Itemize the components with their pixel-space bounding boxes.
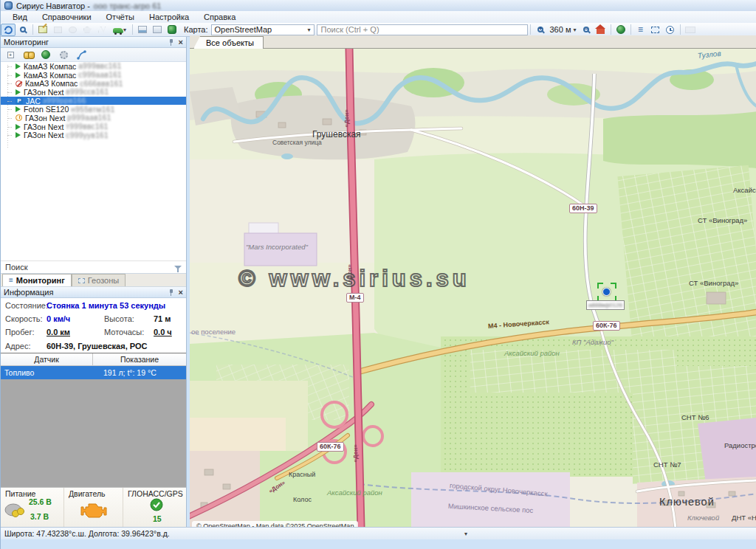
vehicle-plate-masked: а999ввс161 [78,62,121,70]
zoom-level-select[interactable]: 360 м ▾ [548,25,579,34]
add-geozone-button[interactable] [50,24,65,36]
geozones-view-button[interactable] [648,24,663,36]
map-label: Красный [289,471,315,478]
minimap-button[interactable] [683,24,698,36]
pin-icon[interactable] [168,289,174,296]
geozone-icon [651,27,659,33]
engine-label: Двигатель [69,489,106,498]
title-bar: Сириус Навигатор - ооо транс-агро 61 [1,0,756,11]
add-circle-geozone-button[interactable] [65,24,80,36]
object-list-button[interactable]: ≡ [633,24,648,36]
engine-gauge: Двигатель [64,488,123,527]
map-label: Ключевой [687,514,719,522]
menu-item[interactable]: Справка [196,13,243,21]
vehicle-plate-masked: с999уув161 [66,131,109,139]
moving-status-icon [16,72,21,78]
map-tab-bar: Все объекты [190,35,756,49]
map-label: СНТ №7 [653,460,681,469]
vehicle-row[interactable]: КамАЗ Компасс999аав161 [1,71,186,80]
map-label: "Mars Incorporated" [246,243,308,251]
speed-value: 0 км/ч [47,314,70,323]
map-canvas[interactable]: ТузловГрушевскаяСоветская улица"Mars Inc… [190,49,756,528]
sensor-row[interactable]: Топливо 191 л; t°: 19 °C [1,366,186,379]
vehicle-tools-button[interactable]: ▾ [109,24,130,36]
find-object-button[interactable] [20,49,36,61]
map-label: Ключевой [659,496,715,508]
map-label: Грушевская [312,129,361,139]
add-route-geozone-button[interactable] [94,24,109,36]
show-all-objects-button[interactable] [614,24,628,36]
zoom-in-button[interactable] [533,24,548,36]
vehicle-row[interactable]: ГАЗон Nextт999ввс161 [1,122,186,131]
zoom-out-icon [583,27,589,32]
expand-all-icon: + [7,52,14,58]
magnifier-icon [20,27,26,32]
close-icon[interactable]: × [179,39,183,46]
height-value: 71 м [154,314,171,323]
menu-item[interactable]: Вид [5,13,35,21]
hours-label: Моточасы: [104,328,144,336]
gnss-gauge: ГЛОНАСС/GPS 15 [123,488,186,527]
track-button[interactable] [73,49,89,61]
road-shield: 60Н-39 [569,204,597,213]
tab-geozones[interactable]: Геозоны [72,274,126,286]
road-shield: М-4 [346,293,364,303]
edit-map-button[interactable] [35,24,50,36]
map-watermark: © www.sirius.su [238,266,470,292]
map-label: «Дон» [343,109,350,127]
vehicle-name: Foton SE120 [24,105,69,114]
home-view-button[interactable] [594,24,608,36]
vehicle-row[interactable]: ГАЗон Nextс999уув161 [1,131,186,140]
menu-item[interactable]: Справочники [35,13,99,21]
selected-vehicle-marker[interactable] [597,283,616,302]
vehicle-name: КамАЗ Компас [24,62,76,71]
car-icon [113,28,123,33]
layers-button[interactable] [165,24,179,36]
map-label: Колос [293,496,312,503]
close-icon[interactable]: × [179,289,183,296]
monitoring-panel: Мониторинг × + КамАЗ Компаса999ввс161Кам… [1,37,187,528]
filter-icon[interactable] [174,266,182,269]
expand-all-button[interactable]: + [2,49,18,61]
menu-item[interactable]: Настройка [142,13,196,21]
address-label: Адрес: [5,342,31,351]
map-label: Мишкинское сельское пос [448,502,534,514]
map-tab-all-objects[interactable]: Все объекты [193,36,264,49]
battery-icon [4,501,26,520]
pin-icon[interactable] [168,39,174,46]
mileage-value[interactable]: 0.0 км [47,328,70,336]
show-on-map-button[interactable] [38,49,54,61]
vehicle-row[interactable]: ГАЗон Nextв999ссв161 [1,88,186,97]
power-backup-value: 3.7 В [30,512,49,521]
map-select[interactable]: OpenStreetMap ▾ [211,24,315,35]
vehicle-row[interactable]: Foton SE120н955втм161 [1,105,186,114]
vehicle-position-dot [602,288,611,296]
polygon-geozone-icon [83,27,92,33]
gear-icon [60,51,68,59]
sync-icon [4,25,13,35]
tab-monitoring[interactable]: ≡ Мониторинг [2,274,72,286]
vehicle-search-input[interactable]: Поиск [1,260,186,274]
map-label: городской округ Новочеркасск [450,481,549,498]
vehicle-row[interactable]: ГАЗон Nextр999аав161 [1,114,186,122]
satellite-icon [150,498,163,511]
track-mode-button[interactable] [1,24,16,36]
vehicle-plate-masked: т999ввс161 [66,122,108,131]
timeline-panel-button[interactable] [150,24,165,36]
settings-button[interactable] [55,49,72,61]
zoom-window-button[interactable] [16,24,30,36]
toolbar-search-input[interactable]: Поиск (Ctrl + Q) [317,24,528,35]
vehicle-row[interactable]: КамАЗ Компасс666ввв161 [1,79,186,88]
vehicle-plate-masked: э999ррв166 [43,97,86,105]
sensor-name: Топливо [1,368,93,377]
zoom-out-button[interactable] [579,24,594,36]
hours-value[interactable]: 0.0 ч [154,328,172,336]
panel-layout-button[interactable] [135,24,150,36]
add-polygon-geozone-button[interactable] [80,24,94,36]
menu-item[interactable]: Отчёты [99,13,142,21]
geozone-new-icon [54,27,62,33]
vehicle-row[interactable]: PJACэ999ррв166 [1,97,186,106]
history-button[interactable] [663,24,678,36]
vehicle-row[interactable]: КамАЗ Компаса999ввс161 [1,62,186,71]
chevron-down-icon[interactable]: ▾ [464,531,467,537]
